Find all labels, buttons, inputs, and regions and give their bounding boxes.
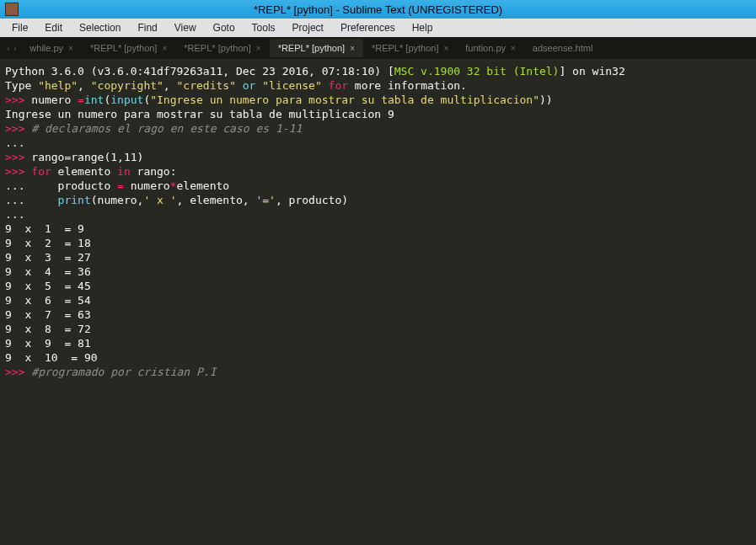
repl-line-range: >>> rango=range(1,11) bbox=[5, 150, 751, 164]
repl-line-for: >>> for elemento in rango: bbox=[5, 164, 751, 179]
tab-repl-4[interactable]: *REPL* [python] × bbox=[363, 39, 457, 57]
editor-repl[interactable]: Python 3.6.0 (v3.6.0:41df79263a11, Dec 2… bbox=[0, 59, 756, 384]
menu-bar: File Edit Selection Find View Goto Tools… bbox=[0, 19, 756, 37]
repl-line-input: >>> numero =int(input("Ingrese un numero… bbox=[5, 93, 751, 107]
menu-view[interactable]: View bbox=[166, 19, 205, 36]
repl-banner-1: Python 3.6.0 (v3.6.0:41df79263a11, Dec 2… bbox=[5, 64, 751, 78]
repl-cont-1: ... bbox=[5, 136, 751, 150]
table-row: 9 x 2 = 18 bbox=[5, 236, 751, 250]
menu-preferences[interactable]: Preferences bbox=[332, 19, 404, 36]
menu-goto[interactable]: Goto bbox=[205, 19, 244, 36]
tab-label: *REPL* [python] bbox=[278, 43, 346, 53]
repl-comment-2: >>> #programado por cristian P.I bbox=[5, 365, 751, 379]
menu-project[interactable]: Project bbox=[284, 19, 332, 36]
close-icon[interactable]: × bbox=[511, 44, 516, 53]
table-row: 9 x 10 = 90 bbox=[5, 350, 751, 365]
menu-file[interactable]: File bbox=[3, 19, 36, 36]
repl-output-prompt: Ingrese un numero para mostrar su tabla … bbox=[5, 107, 751, 121]
tab-label: *REPL* [python] bbox=[184, 43, 251, 53]
tab-label: while.py bbox=[29, 43, 63, 53]
menu-edit[interactable]: Edit bbox=[36, 19, 71, 36]
repl-line-print: ... print(numero,' x ', elemento, '=', p… bbox=[5, 193, 751, 207]
app-icon bbox=[5, 3, 19, 16]
close-icon[interactable]: × bbox=[443, 44, 448, 53]
close-icon[interactable]: × bbox=[256, 44, 261, 53]
table-row: 9 x 6 = 54 bbox=[5, 293, 751, 307]
menu-tools[interactable]: Tools bbox=[244, 19, 284, 36]
close-icon[interactable]: × bbox=[162, 44, 167, 53]
tab-label: *REPL* [python] bbox=[372, 43, 439, 53]
window-titlebar: *REPL* [python] - Sublime Text (UNREGIST… bbox=[0, 0, 756, 19]
tab-adseense-html[interactable]: adseense.html bbox=[524, 39, 602, 57]
menu-help[interactable]: Help bbox=[404, 19, 442, 36]
table-row: 9 x 1 = 9 bbox=[5, 222, 751, 236]
tab-bar: ‹ › while.py × *REPL* [python] × *REPL* … bbox=[0, 37, 756, 59]
repl-cont-2: ... bbox=[5, 207, 751, 222]
table-row: 9 x 3 = 27 bbox=[5, 250, 751, 264]
close-icon[interactable]: × bbox=[68, 44, 73, 53]
tab-repl-2[interactable]: *REPL* [python] × bbox=[175, 39, 269, 57]
tab-nav-left-icon[interactable]: ‹ bbox=[7, 43, 10, 53]
table-row: 9 x 4 = 36 bbox=[5, 264, 751, 279]
table-row: 9 x 9 = 81 bbox=[5, 336, 751, 350]
tab-label: funtion.py bbox=[465, 43, 506, 53]
table-row: 9 x 5 = 45 bbox=[5, 279, 751, 293]
table-row: 9 x 8 = 72 bbox=[5, 322, 751, 336]
menu-selection[interactable]: Selection bbox=[71, 19, 129, 36]
repl-banner-2: Type "help", "copyright", "credits" or "… bbox=[5, 78, 751, 93]
tab-label: adseense.html bbox=[533, 43, 593, 53]
window-title: *REPL* [python] - Sublime Text (UNREGIST… bbox=[254, 3, 502, 16]
tab-funtion-py[interactable]: funtion.py × bbox=[457, 39, 524, 57]
tab-repl-active[interactable]: *REPL* [python] × bbox=[270, 39, 363, 57]
tab-while-py[interactable]: while.py × bbox=[21, 39, 82, 57]
repl-line-product: ... producto = numero*elemento bbox=[5, 179, 751, 193]
tab-nav-arrows: ‹ › bbox=[5, 43, 21, 53]
tab-repl-1[interactable]: *REPL* [python] × bbox=[82, 39, 175, 57]
tab-nav-right-icon[interactable]: › bbox=[13, 43, 17, 53]
repl-comment-1: >>> # declaramos el rago en este caso es… bbox=[5, 121, 751, 136]
tab-label: *REPL* [python] bbox=[90, 43, 158, 53]
menu-find[interactable]: Find bbox=[129, 19, 165, 36]
close-icon[interactable]: × bbox=[350, 44, 355, 53]
table-row: 9 x 7 = 63 bbox=[5, 307, 751, 322]
